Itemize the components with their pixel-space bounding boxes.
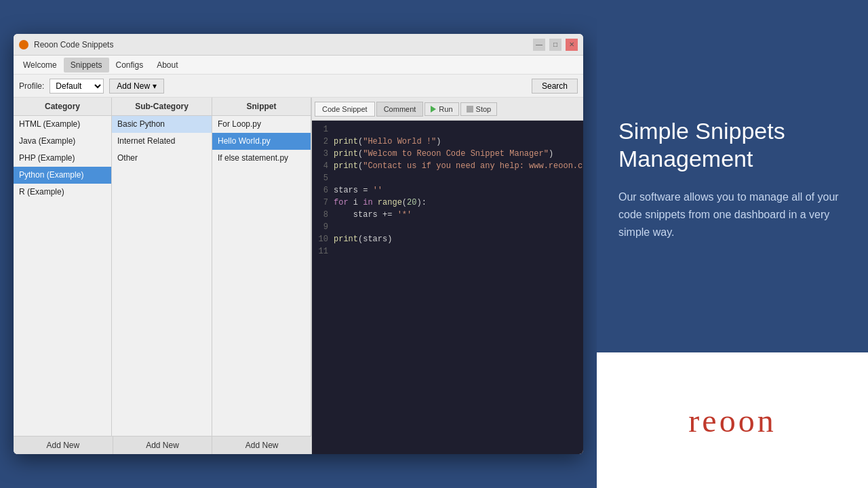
add-new-subcategory-button[interactable]: Add New [113,436,213,454]
add-new-button[interactable]: Add New ▾ [109,79,164,94]
window-controls: — □ ✕ [533,39,578,51]
stop-label: Stop [476,105,492,113]
subcategory-list: Basic Python Internet Related Other [112,116,212,436]
right-bottom: reoon [597,352,868,488]
menu-snippets[interactable]: Snippets [64,58,109,73]
list-item[interactable]: Hello World.py [212,133,311,150]
panel-lists: HTML (Example) Java (Example) PHP (Examp… [14,116,311,436]
list-item[interactable]: R (Example) [14,184,111,201]
right-top: Simple Snippets Management Our software … [597,0,868,352]
right-panel: Simple Snippets Management Our software … [597,0,868,488]
list-item[interactable]: PHP (Example) [14,150,111,167]
maximize-button[interactable]: □ [549,39,561,51]
code-line: 2 print("Hello World !") [312,136,583,148]
add-new-snippet-button[interactable]: Add New [212,436,311,454]
code-line: 11 [312,245,583,258]
right-title: Simple Snippets Management [618,117,846,173]
menu-about[interactable]: About [150,58,184,73]
list-item[interactable]: Basic Python [112,116,212,133]
add-new-category-button[interactable]: Add New [14,436,113,454]
list-item[interactable]: Python (Example) [14,167,111,184]
code-snippet-tab[interactable]: Code Snippet [315,102,375,117]
close-button[interactable]: ✕ [566,39,578,51]
subcategory-header: Sub-Category [112,98,212,115]
code-line: 5 [312,172,583,184]
app-icon [19,40,28,49]
reoon-logo: reoon [688,402,776,439]
code-editor[interactable]: 1 2 print("Hello World !") 3 print("Welc… [312,121,583,454]
list-item[interactable]: HTML (Example) [14,116,111,133]
panel-section: Category Sub-Category Snippet HTML (Exam… [14,98,312,454]
app-window: Reoon Code Snippets — □ ✕ Welcome Snippe… [14,34,583,454]
snippet-list: For Loop.py Hello World.py If else state… [212,116,311,436]
code-line: 9 [312,221,583,233]
code-section: Code Snippet Comment Run Stop 1 [312,98,583,454]
menu-welcome[interactable]: Welcome [16,58,64,73]
menu-configs[interactable]: Configs [109,58,151,73]
column-headers: Category Sub-Category Snippet [14,98,311,116]
right-description: Our software allows you to manage all of… [618,188,846,241]
window-title: Reoon Code Snippets [34,40,533,49]
app-window-container: Reoon Code Snippets — □ ✕ Welcome Snippe… [0,0,597,488]
search-button[interactable]: Search [532,79,578,94]
code-line: 7 for i in range(20): [312,197,583,209]
code-toolbar: Code Snippet Comment Run Stop [312,98,583,121]
code-line: 1 [312,123,583,136]
stop-button[interactable]: Stop [460,102,498,116]
code-line: 6 stars = '' [312,184,583,197]
snippet-header: Snippet [212,98,311,115]
run-icon [431,106,436,113]
main-content: Category Sub-Category Snippet HTML (Exam… [14,98,583,454]
main-toolbar: Profile: Default Add New ▾ Search [14,75,583,98]
code-line: 3 print("Welcom to Reoon Code Snippet Ma… [312,148,583,160]
run-button[interactable]: Run [425,102,458,116]
menu-bar: Welcome Snippets Configs About [14,56,583,75]
comment-tab[interactable]: Comment [376,102,424,117]
profile-label: Profile: [19,81,44,91]
code-line: 8 stars += '*' [312,209,583,221]
list-item[interactable]: Java (Example) [14,133,111,150]
profile-select[interactable]: Default [50,79,104,94]
list-item[interactable]: If else statement.py [212,150,311,167]
title-bar: Reoon Code Snippets — □ ✕ [14,34,583,56]
code-line: 4 print("Contact us if you need any help… [312,160,583,172]
panel-footer: Add New Add New Add New [14,436,311,454]
list-item[interactable]: Internet Related [112,133,212,150]
category-list: HTML (Example) Java (Example) PHP (Examp… [14,116,112,436]
category-header: Category [14,98,112,115]
list-item[interactable]: Other [112,150,212,167]
stop-icon [467,106,473,113]
minimize-button[interactable]: — [533,39,545,51]
run-label: Run [439,105,452,113]
list-item[interactable]: For Loop.py [212,116,311,133]
code-line: 10 print(stars) [312,233,583,245]
